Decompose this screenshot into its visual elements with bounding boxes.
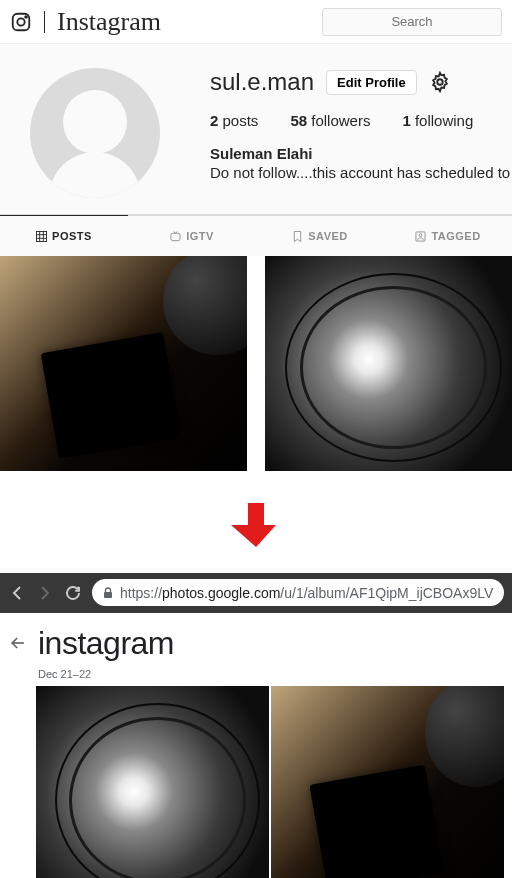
bookmark-icon	[292, 231, 303, 242]
svg-rect-12	[104, 592, 112, 598]
settings-gear-icon[interactable]	[429, 71, 451, 93]
post-thumbnail[interactable]	[0, 256, 247, 471]
browser-back-icon[interactable]	[8, 584, 26, 602]
profile-fullname: Suleman Elahi	[210, 145, 512, 162]
search-container	[161, 8, 502, 36]
svg-rect-9	[171, 233, 180, 240]
instagram-header: Instagram	[0, 0, 512, 44]
avatar-container[interactable]	[30, 68, 160, 198]
profile-bio: Do not follow....this account has schedu…	[210, 164, 512, 181]
tab-posts[interactable]: POSTS	[0, 215, 128, 256]
svg-point-11	[420, 233, 423, 236]
posts-grid	[0, 256, 512, 471]
username-row: sul.e.man Edit Profile	[210, 68, 512, 96]
search-input[interactable]	[322, 8, 502, 36]
edit-profile-button[interactable]: Edit Profile	[326, 70, 417, 95]
svg-rect-4	[37, 231, 47, 241]
gphotos-grid	[8, 686, 504, 878]
browser-reload-icon[interactable]	[64, 584, 82, 602]
browser-toolbar: https://photos.google.com/u/1/album/AF1Q…	[0, 573, 512, 613]
arrow-down-icon	[231, 499, 281, 549]
instagram-wordmark[interactable]: Instagram	[57, 7, 161, 37]
gphotos-thumbnail[interactable]	[36, 686, 269, 878]
post-thumbnail[interactable]	[265, 256, 512, 471]
header-divider	[44, 11, 45, 33]
lock-icon	[102, 587, 114, 599]
tab-tagged[interactable]: TAGGED	[384, 216, 512, 256]
following-stat[interactable]: 1 following	[402, 112, 473, 129]
album-date-range: Dec 21–22	[38, 668, 504, 680]
gphotos-thumbnail[interactable]	[271, 686, 504, 878]
svg-point-3	[437, 79, 443, 85]
avatar-placeholder-icon	[30, 68, 160, 198]
url-bar[interactable]: https://photos.google.com/u/1/album/AF1Q…	[92, 579, 504, 606]
svg-point-1	[17, 18, 24, 25]
posts-stat: 2 posts	[210, 112, 258, 129]
album-title[interactable]: instagram	[38, 625, 174, 662]
tab-saved[interactable]: SAVED	[256, 216, 384, 256]
instagram-camera-icon[interactable]	[10, 11, 32, 33]
browser-forward-icon	[36, 584, 54, 602]
profile-section: sul.e.man Edit Profile 2 posts 58 follow…	[0, 44, 512, 215]
followers-stat[interactable]: 58 followers	[290, 112, 370, 129]
profile-tabs: POSTS IGTV SAVED TAGGED	[0, 215, 512, 256]
igtv-icon	[170, 231, 181, 242]
gphotos-header: instagram	[8, 621, 504, 664]
svg-point-2	[25, 16, 27, 18]
arrow-section	[0, 471, 512, 573]
url-text: https://photos.google.com/u/1/album/AF1Q…	[120, 585, 493, 601]
google-photos-page: instagram Dec 21–22	[0, 613, 512, 878]
profile-stats: 2 posts 58 followers 1 following	[210, 112, 512, 129]
profile-info: sul.e.man Edit Profile 2 posts 58 follow…	[210, 68, 512, 198]
username: sul.e.man	[210, 68, 314, 96]
grid-icon	[36, 231, 47, 242]
tagged-icon	[415, 231, 426, 242]
gphotos-back-icon[interactable]	[8, 633, 28, 653]
tab-igtv[interactable]: IGTV	[128, 216, 256, 256]
